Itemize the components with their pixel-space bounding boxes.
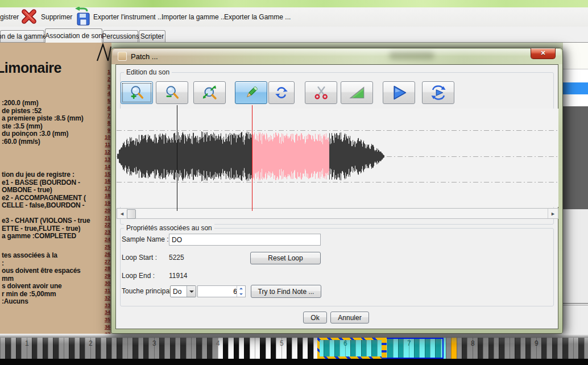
track-number[interactable]: 12 [102, 149, 110, 155]
zoom-out-button[interactable] [156, 81, 188, 104]
cancel-button[interactable]: Annuler [330, 312, 369, 323]
ok-button[interactable]: Ok [303, 312, 327, 323]
track-number[interactable]: 35 [102, 317, 110, 322]
track-number[interactable]: 25 [102, 244, 110, 250]
piano-keyboard: 123456789 [0, 334, 588, 365]
track-number[interactable]: 7 [102, 113, 110, 118]
track-number[interactable]: 10 [102, 134, 110, 140]
keyboard-top-edge [0, 334, 588, 338]
track-number[interactable]: 2 [102, 76, 110, 82]
track-number[interactable]: 18 [102, 193, 110, 198]
playback-cursor[interactable] [177, 105, 177, 211]
spin-up-icon[interactable] [237, 286, 245, 292]
track-number[interactable]: 28 [102, 266, 110, 271]
tab-association-son[interactable]: Association de son [45, 28, 102, 43]
track-number[interactable]: 29 [102, 273, 110, 279]
application-window: gistrer Supprimer Exporter l'instrument … [0, 0, 588, 365]
keyboard-bottom-strip [0, 359, 588, 365]
track-number[interactable]: 21 [102, 215, 110, 221]
track-number[interactable]: 17 [102, 185, 110, 191]
delete-button[interactable]: Supprimer [41, 13, 72, 21]
swap-channels-button[interactable] [268, 81, 295, 104]
track-number[interactable]: 26 [102, 251, 110, 257]
list-row[interactable] [563, 43, 588, 69]
notes-line: mm [2, 275, 81, 283]
scale-notes-description: tes associées à la:ous doivent être espa… [2, 252, 81, 306]
track-number[interactable]: 16 [102, 178, 110, 184]
tab-percussions[interactable]: Percussions [103, 30, 138, 42]
export-instrument-icon[interactable] [72, 7, 92, 26]
list-row[interactable] [563, 69, 588, 82]
track-number[interactable]: 15 [102, 171, 110, 177]
track-number[interactable]: 1 [102, 69, 110, 74]
track-number[interactable]: 8 [102, 120, 110, 126]
play-button[interactable] [383, 81, 415, 104]
octave-input[interactable] [198, 286, 238, 297]
import-scale-button[interactable]: Importer la gamme ... [162, 13, 226, 21]
waveform-display[interactable] [117, 109, 558, 207]
list-row[interactable] [563, 94, 588, 106]
track-number[interactable]: 20 [102, 208, 110, 213]
track-number[interactable]: 3 [102, 84, 110, 89]
track-number[interactable]: 4 [102, 90, 110, 96]
track-number[interactable]: 22 [102, 222, 110, 227]
track-number[interactable]: 9 [102, 127, 110, 133]
dialog-titlebar[interactable]: Patch ... ✕ [111, 48, 562, 64]
spin-down-icon[interactable] [237, 292, 245, 297]
register-line: tion du jeu de registre : [2, 171, 90, 179]
track-number[interactable]: 31 [102, 288, 110, 293]
track-number[interactable]: 27 [102, 259, 110, 264]
save-button[interactable]: gistrer [0, 13, 19, 21]
export-scale-button[interactable]: Exporter la Gamme ... [224, 13, 291, 21]
reset-loop-button[interactable]: Reset Loop [250, 252, 321, 264]
register-set-description: tion du jeu de registre :e1 - BASSE (BOU… [2, 171, 90, 240]
delete-icon[interactable] [20, 8, 38, 25]
track-number[interactable]: 23 [102, 229, 110, 235]
track-number[interactable]: 5 [102, 98, 110, 103]
background-list [563, 43, 588, 334]
track-number[interactable]: 36 [102, 324, 110, 330]
piano-key[interactable] [584, 338, 588, 359]
chevron-down-icon[interactable] [187, 286, 196, 297]
sound-properties-group-label: Propriétés associées au son [124, 224, 214, 232]
scroll-left-arrow-icon[interactable]: ◄ [117, 209, 127, 218]
zoom-in-button[interactable] [121, 81, 153, 104]
octave-stepper[interactable] [197, 285, 246, 297]
track-number[interactable]: 14 [102, 164, 110, 169]
waveform-scrollbar[interactable]: ◄ ► [117, 208, 558, 219]
cut-selection-button[interactable] [305, 81, 337, 104]
octave-selection-divider [382, 338, 387, 359]
tab-edition-gamme[interactable]: on de la gamme [0, 30, 44, 42]
list-row-selected[interactable] [563, 82, 588, 94]
track-number[interactable]: 13 [102, 156, 110, 162]
sample-name-input[interactable] [169, 234, 321, 246]
octave7-selection-box[interactable] [384, 338, 444, 359]
notes-line: s doivent avoir une [2, 283, 81, 291]
track-number-strip: 1234567891011121314151617181920212223242… [102, 43, 111, 334]
main-toolbar: gistrer Supprimer Exporter l'instrument … [0, 7, 588, 27]
track-number[interactable]: 19 [102, 200, 110, 206]
octave6-selection-box[interactable] [317, 338, 384, 359]
scrollbar-thumb[interactable] [127, 209, 136, 219]
zoom-fit-button[interactable] [193, 81, 226, 104]
track-number[interactable]: 24 [102, 237, 110, 242]
track-number[interactable]: 33 [102, 302, 110, 308]
main-key-dropdown[interactable]: Do [170, 285, 196, 297]
track-number[interactable]: 6 [102, 105, 110, 111]
track-number[interactable]: 30 [102, 280, 110, 286]
volume-fade-button[interactable] [341, 81, 373, 104]
track-number[interactable]: 11 [102, 142, 110, 147]
notes-line: ous doivent être espacés [2, 267, 81, 275]
close-button[interactable]: ✕ [531, 48, 556, 59]
edit-pencil-button[interactable] [235, 81, 267, 104]
notes-line: r min de :5,00mm [2, 291, 81, 298]
loop-start-marker[interactable] [252, 105, 252, 211]
track-number[interactable]: 32 [102, 295, 110, 301]
scroll-right-arrow-icon[interactable]: ► [548, 209, 558, 218]
track-number[interactable]: 34 [102, 309, 110, 315]
export-instrument-button[interactable]: Exporter l'instrument ... [93, 13, 163, 21]
play-loop-button[interactable] [422, 81, 454, 104]
info-line: a premiere piste :8.5 (mm) [2, 115, 84, 123]
try-find-note-button[interactable]: Try to Find Note ... [251, 285, 321, 298]
tab-scripter[interactable]: Scripter [139, 30, 165, 42]
